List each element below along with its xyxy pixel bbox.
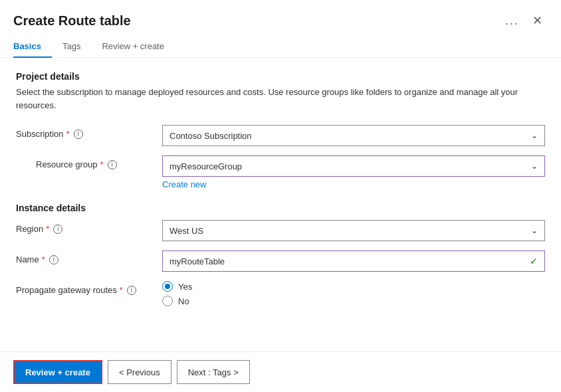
propagate-radio-group: Yes No — [162, 281, 545, 306]
resource-group-required: * — [100, 159, 104, 169]
region-label: Region * i — [16, 220, 162, 234]
propagate-yes-label: Yes — [178, 282, 192, 292]
tab-review-create[interactable]: Review + create — [91, 36, 175, 58]
previous-button[interactable]: < Previous — [108, 360, 171, 384]
subscription-label: Subscription * i — [16, 125, 162, 139]
resource-group-info-icon[interactable]: i — [108, 160, 117, 169]
propagate-yes-option[interactable]: Yes — [162, 281, 545, 292]
resource-group-value: myResourceGroup — [169, 161, 242, 171]
propagate-required: * — [120, 285, 123, 295]
propagate-input: Yes No — [162, 281, 545, 306]
name-text-input[interactable]: myRouteTable ✓ — [162, 250, 545, 272]
subscription-required: * — [66, 129, 70, 139]
propagate-label: Propagate gateway routes * i — [16, 281, 162, 295]
create-new-link[interactable]: Create new — [162, 179, 545, 189]
review-create-button[interactable]: Review + create — [13, 360, 102, 384]
propagate-info-icon[interactable]: i — [127, 286, 136, 295]
name-value: myRouteTable — [169, 256, 225, 266]
tab-bar: Basics Tags Review + create — [0, 36, 561, 58]
propagate-no-label: No — [178, 296, 189, 306]
dialog-content: Project details Select the subscription … — [0, 58, 561, 351]
dialog-footer: Review + create < Previous Next : Tags > — [0, 351, 561, 392]
subscription-value: Contoso Subscription — [169, 131, 252, 141]
subscription-select[interactable]: Contoso Subscription ⌄ — [162, 125, 545, 146]
subscription-row: Subscription * i Contoso Subscription ⌄ — [16, 125, 545, 146]
name-label: Name * i — [16, 250, 162, 264]
next-tags-button[interactable]: Next : Tags > — [177, 360, 250, 384]
resource-group-label: Resource group * i — [16, 155, 162, 169]
tab-basics[interactable]: Basics — [13, 36, 52, 58]
more-options-button[interactable]: ... — [505, 14, 519, 28]
project-details-desc: Select the subscription to manage deploy… — [16, 86, 545, 112]
close-button[interactable]: ✕ — [527, 11, 548, 31]
name-info-icon[interactable]: i — [49, 255, 58, 264]
propagate-no-radio[interactable] — [162, 296, 173, 306]
region-chevron-icon: ⌄ — [531, 226, 538, 235]
create-route-table-dialog: Create Route table ... ✕ Basics Tags Rev… — [0, 0, 561, 392]
subscription-info-icon[interactable]: i — [74, 130, 83, 139]
region-select[interactable]: West US ⌄ — [162, 220, 545, 241]
region-value: West US — [169, 226, 203, 236]
name-required: * — [42, 254, 45, 264]
tab-tags[interactable]: Tags — [52, 36, 91, 58]
instance-details-title: Instance details — [16, 203, 545, 213]
region-input: West US ⌄ — [162, 220, 545, 241]
dialog-title: Create Route table — [13, 13, 131, 29]
header-actions: ... ✕ — [505, 11, 548, 31]
name-valid-icon: ✓ — [530, 256, 538, 266]
resource-group-row: Resource group * i myResourceGroup ⌄ Cre… — [16, 155, 545, 189]
region-info-icon[interactable]: i — [53, 225, 62, 234]
name-input: myRouteTable ✓ — [162, 250, 545, 272]
resource-group-input: myResourceGroup ⌄ Create new — [162, 155, 545, 189]
region-required: * — [46, 224, 49, 234]
propagate-row: Propagate gateway routes * i Yes No — [16, 281, 545, 306]
propagate-yes-dot — [165, 284, 170, 289]
propagate-yes-radio[interactable] — [162, 281, 173, 292]
project-details-title: Project details — [16, 71, 545, 82]
subscription-input: Contoso Subscription ⌄ — [162, 125, 545, 146]
resource-group-chevron-icon: ⌄ — [531, 161, 538, 171]
resource-group-select[interactable]: myResourceGroup ⌄ — [162, 155, 545, 177]
instance-details-section: Instance details — [16, 203, 545, 213]
propagate-no-option[interactable]: No — [162, 296, 545, 306]
dialog-header: Create Route table ... ✕ — [0, 0, 561, 36]
region-row: Region * i West US ⌄ — [16, 220, 545, 241]
subscription-chevron-icon: ⌄ — [531, 131, 538, 140]
name-row: Name * i myRouteTable ✓ — [16, 250, 545, 272]
